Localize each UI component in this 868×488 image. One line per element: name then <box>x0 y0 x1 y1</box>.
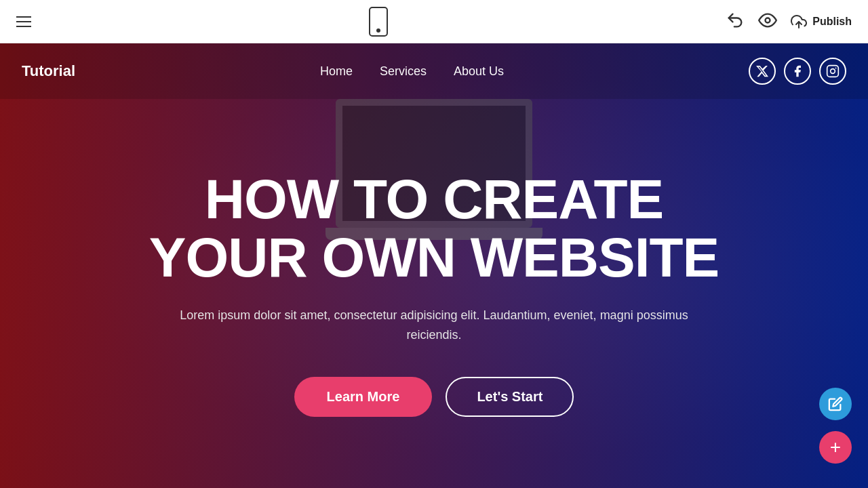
site-logo: Tutorial <box>22 62 75 80</box>
hero-title: HOW TO CREATE YOUR OWN WEBSITE <box>149 170 719 287</box>
hero-buttons: Learn More Let's Start <box>294 377 574 417</box>
site-social-icons <box>749 58 846 85</box>
publish-button[interactable]: Publish <box>791 14 852 30</box>
svg-rect-2 <box>827 66 839 77</box>
toolbar-center <box>369 7 388 37</box>
eye-icon[interactable] <box>758 11 777 33</box>
instagram-icon[interactable] <box>819 58 846 85</box>
plus-icon: + <box>830 436 841 458</box>
svg-point-3 <box>831 69 835 74</box>
svg-point-0 <box>766 18 770 22</box>
website-preview: Tutorial Home Services About Us <box>0 43 868 488</box>
toolbar-left <box>16 16 31 27</box>
facebook-icon[interactable] <box>784 58 811 85</box>
hero-title-line1: HOW TO CREATE <box>205 168 663 230</box>
learn-more-button[interactable]: Learn More <box>294 377 433 417</box>
toolbar-right: Publish <box>726 11 852 33</box>
site-nav-links: Home Services About Us <box>320 64 504 79</box>
nav-link-home[interactable]: Home <box>320 64 353 79</box>
nav-link-services[interactable]: Services <box>380 64 427 79</box>
publish-label: Publish <box>812 16 852 28</box>
add-fab-button[interactable]: + <box>819 431 852 464</box>
lets-start-button[interactable]: Let's Start <box>446 377 574 417</box>
hero-content: HOW TO CREATE YOUR OWN WEBSITE Lorem ips… <box>0 43 868 488</box>
nav-link-about[interactable]: About Us <box>454 64 504 79</box>
svg-point-4 <box>835 68 837 69</box>
undo-icon[interactable] <box>726 11 745 33</box>
hamburger-menu-icon[interactable] <box>16 16 31 27</box>
hero-subtitle: Lorem ipsum dolor sit amet, consectetur … <box>163 306 705 345</box>
toolbar: Publish <box>0 0 868 43</box>
twitter-icon[interactable] <box>749 58 776 85</box>
site-navbar: Tutorial Home Services About Us <box>0 43 868 99</box>
mobile-view-icon[interactable] <box>369 7 388 37</box>
edit-fab-button[interactable] <box>819 388 852 420</box>
hero-title-line2: YOUR OWN WEBSITE <box>149 226 719 288</box>
